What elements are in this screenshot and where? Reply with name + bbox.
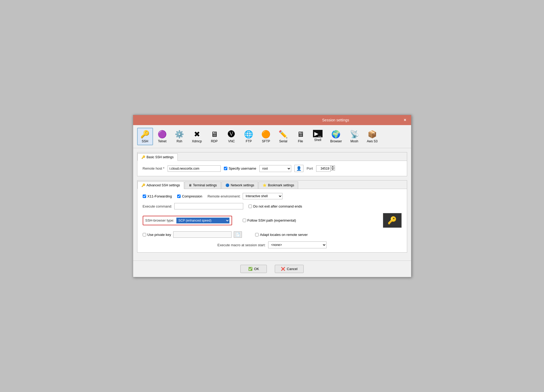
toolbar-mosh-label: Mosh [350,139,358,143]
row-execute-command: Execute command: Do not exit after comma… [143,203,402,209]
cancel-button[interactable]: ❌ Cancel [275,265,303,273]
toolbar-telnet-label: Telnet [158,139,166,143]
port-up-button[interactable]: ▲ [331,165,335,168]
rsh-icon: ⚙️ [175,130,184,139]
toolbar-sftp[interactable]: 🟠 SFTP [258,128,274,145]
specify-username-checkbox[interactable] [224,167,227,170]
adapt-locales-checkbox[interactable] [255,233,259,236]
ok-button[interactable]: ✅ OK [240,265,267,273]
use-private-key-label[interactable]: Use private key [143,233,171,237]
toolbar-file[interactable]: 🖥 File [293,128,308,145]
toolbar-ftp-label: FTP [246,139,252,143]
session-settings-window: Session settings × 🔑 SSH 🟣 Telnet ⚙️ Rsh… [133,115,411,277]
tab-network[interactable]: 🔵 Network settings [221,182,258,189]
advanced-ssh-panel: 🔑 Advanced SSH settings 🖥 Terminal setti… [137,180,407,253]
toolbar-browser[interactable]: 🌍 Browser [327,128,345,145]
specify-username-checkbox-label[interactable]: Specify username [224,166,256,170]
tab-bookmark[interactable]: ⭐ Bookmark settings [259,182,298,189]
basic-settings-row: Remote host * Specify username root 👤 Po… [143,165,402,172]
toolbar-shell[interactable]: ▶_ Shell [310,128,326,145]
do-not-exit-label[interactable]: Do not exit after command ends [249,204,302,208]
toolbar-browser-label: Browser [330,139,342,143]
toolbar-xdmcp[interactable]: ✖ Xdmcp [189,128,205,145]
follow-ssh-path-label[interactable]: Follow SSH path (experimental) [243,218,296,222]
close-button[interactable]: × [402,117,408,123]
user-icon-button[interactable]: 👤 [294,165,303,172]
toolbar-rdp-label: RDP [211,139,217,143]
toolbar-ftp[interactable]: 🌐 FTP [241,128,257,145]
toolbar-serial[interactable]: ✏️ Serial [275,128,291,145]
use-private-key-text: Use private key [147,233,171,237]
toolbar-awss3[interactable]: 📦 Aws S3 [364,128,381,145]
adapt-locales-label[interactable]: Adapt locales on remote server [255,233,308,237]
serial-icon: ✏️ [278,130,288,139]
do-not-exit-text: Do not exit after command ends [253,204,302,208]
toolbar-xdmcp-label: Xdmcp [192,139,202,143]
rdp-icon: 🖥 [211,130,218,139]
private-key-group: Use private key 📄 [143,231,242,238]
follow-ssh-path-text: Follow SSH path (experimental) [247,218,296,222]
follow-ssh-path-checkbox[interactable] [243,219,246,222]
browse-button[interactable]: 📄 [234,231,242,238]
do-not-exit-checkbox[interactable] [249,205,252,208]
execute-macro-select[interactable]: <none> [268,241,327,248]
file-icon: 🖥 [297,130,304,139]
private-key-input[interactable] [173,231,232,238]
toolbar-rdp[interactable]: 🖥 RDP [206,128,222,145]
ssh-browser-select[interactable]: SCP (enhanced speed) SFTP None [176,218,229,223]
tab-advanced-ssh[interactable]: 🔑 Advanced SSH settings [137,182,184,189]
tab-basic-ssh[interactable]: 🔑 Basic SSH settings [137,153,178,161]
ssh-browser-label: SSH-browser type: [145,218,174,222]
port-down-button[interactable]: ▼ [331,168,335,171]
toolbar-sftp-label: SFTP [262,139,270,143]
x11-forwarding-text: X11-Forwarding [147,194,172,198]
browser-icon: 🌍 [331,130,341,139]
cancel-icon: ❌ [281,267,285,271]
bookmark-tab-icon: ⭐ [263,183,267,187]
x11-forwarding-checkbox[interactable] [143,195,146,198]
port-spinner: ▲ ▼ [331,165,335,172]
username-select[interactable]: root [259,165,291,172]
xdmcp-icon: ✖ [194,130,200,139]
toolbar-telnet[interactable]: 🟣 Telnet [154,128,170,145]
title-bar: Session settings × [133,115,411,125]
sftp-icon: 🟠 [261,130,271,139]
ssh-browser-row: SSH-browser type: SCP (enhanced speed) S… [143,216,232,225]
advanced-panel-tabs: 🔑 Advanced SSH settings 🖥 Terminal setti… [137,180,407,189]
toolbar-file-label: File [298,139,303,143]
network-tab-label: Network settings [231,183,254,187]
execute-command-input[interactable] [174,203,243,209]
port-spinner-group: ▲ ▼ [316,165,335,172]
toolbar: 🔑 SSH 🟣 Telnet ⚙️ Rsh ✖ Xdmcp 🖥 RDP 🅥 VN… [133,125,411,148]
footer: ✅ OK ❌ Cancel [133,261,411,277]
compression-label[interactable]: Compression [177,194,202,198]
tab-terminal[interactable]: 🖥 Terminal settings [185,182,221,189]
remote-env-label: Remote environment: [208,194,241,198]
toolbar-ssh[interactable]: 🔑 SSH [137,128,153,145]
remote-host-input[interactable] [168,165,221,172]
toolbar-mosh[interactable]: 📡 Mosh [346,128,362,145]
toolbar-serial-label: Serial [279,139,288,143]
basic-ssh-tab-label: Basic SSH settings [147,155,174,159]
content-area: 🔑 Basic SSH settings Remote host * Speci… [133,148,411,261]
toolbar-rsh[interactable]: ⚙️ Rsh [172,128,188,145]
remote-env-select[interactable]: Interactive shell No environment Custom [243,193,282,199]
shell-icon: ▶_ [313,130,323,137]
compression-text: Compression [182,194,202,198]
ok-label: OK [254,267,259,271]
compression-checkbox[interactable] [177,195,181,198]
vnc-icon: 🅥 [228,130,235,139]
key-icon: 🔑 [388,216,397,225]
use-private-key-checkbox[interactable] [143,233,146,236]
port-input[interactable] [316,165,331,172]
row-private-key: Use private key 📄 Adapt locales on remot… [143,231,402,238]
x11-forwarding-label[interactable]: X11-Forwarding [143,194,172,198]
basic-ssh-panel: 🔑 Basic SSH settings Remote host * Speci… [137,152,407,176]
key-icon-box: 🔑 [383,213,402,228]
toolbar-awss3-label: Aws S3 [367,139,377,143]
row-x11-compression: X11-Forwarding Compression Remote enviro… [143,193,402,199]
toolbar-vnc[interactable]: 🅥 VNC [224,128,240,145]
terminal-tab-label: Terminal settings [193,183,217,187]
toolbar-vnc-label: VNC [228,139,235,143]
remote-host-label: Remote host * [143,166,164,170]
